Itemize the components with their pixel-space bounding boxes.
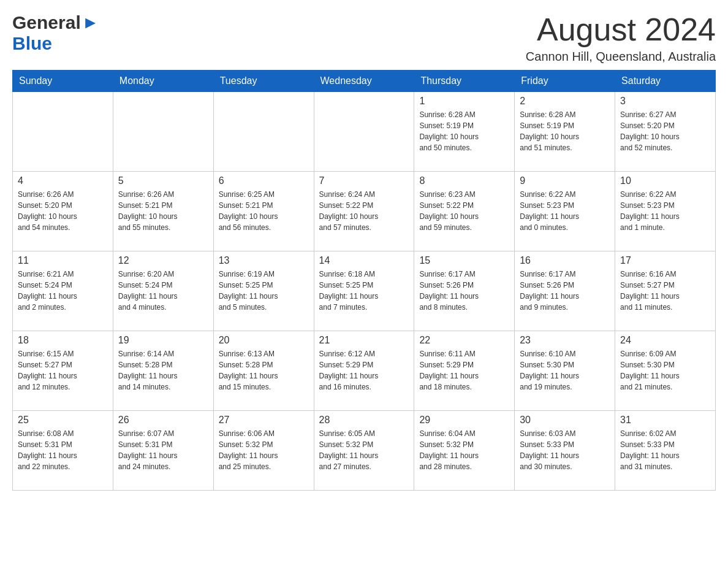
day-number: 6: [219, 175, 309, 186]
day-number: 4: [18, 175, 108, 186]
calendar-day-cell: 17Sunrise: 6:16 AMSunset: 5:27 PMDayligh…: [615, 251, 716, 331]
day-number: 21: [319, 335, 409, 346]
day-number: 24: [620, 335, 710, 346]
day-info: Sunrise: 6:25 AMSunset: 5:21 PMDaylight:…: [219, 189, 309, 233]
logo-blue-text: Blue: [12, 33, 52, 53]
calendar-day-cell: 18Sunrise: 6:15 AMSunset: 5:27 PMDayligh…: [13, 331, 113, 411]
day-info: Sunrise: 6:10 AMSunset: 5:30 PMDaylight:…: [520, 348, 610, 393]
calendar-day-header: Wednesday: [314, 71, 414, 92]
day-info: Sunrise: 6:26 AMSunset: 5:21 PMDaylight:…: [118, 189, 208, 233]
day-number: 10: [620, 175, 710, 186]
calendar-day-cell: 16Sunrise: 6:17 AMSunset: 5:26 PMDayligh…: [515, 251, 615, 331]
day-info: Sunrise: 6:13 AMSunset: 5:28 PMDaylight:…: [219, 348, 309, 393]
logo-general-text: General: [12, 12, 81, 33]
calendar-day-header: Sunday: [13, 71, 113, 92]
logo: General ► Blue: [12, 12, 99, 54]
day-info: Sunrise: 6:07 AMSunset: 5:31 PMDaylight:…: [118, 428, 208, 472]
day-number: 2: [520, 96, 610, 107]
calendar-day-cell: 11Sunrise: 6:21 AMSunset: 5:24 PMDayligh…: [13, 251, 113, 331]
day-number: 7: [319, 175, 409, 186]
day-info: Sunrise: 6:11 AMSunset: 5:29 PMDaylight:…: [419, 348, 509, 393]
calendar-day-cell: 13Sunrise: 6:19 AMSunset: 5:25 PMDayligh…: [213, 251, 314, 331]
day-number: 15: [419, 255, 509, 266]
day-number: 8: [419, 175, 509, 186]
calendar-day-cell: 7Sunrise: 6:24 AMSunset: 5:22 PMDaylight…: [314, 172, 414, 251]
calendar-day-cell: [213, 92, 314, 172]
calendar-day-cell: 5Sunrise: 6:26 AMSunset: 5:21 PMDaylight…: [113, 172, 213, 251]
day-number: 17: [620, 255, 710, 266]
calendar-day-cell: 22Sunrise: 6:11 AMSunset: 5:29 PMDayligh…: [414, 331, 515, 411]
location-title: Cannon Hill, Queensland, Australia: [526, 50, 716, 64]
day-info: Sunrise: 6:06 AMSunset: 5:32 PMDaylight:…: [219, 428, 309, 472]
day-info: Sunrise: 6:16 AMSunset: 5:27 PMDaylight:…: [620, 269, 710, 313]
day-number: 30: [520, 415, 610, 426]
day-number: 11: [18, 255, 108, 266]
day-info: Sunrise: 6:28 AMSunset: 5:19 PMDaylight:…: [419, 109, 509, 153]
calendar-week-row: 25Sunrise: 6:08 AMSunset: 5:31 PMDayligh…: [13, 411, 716, 491]
calendar-day-cell: 23Sunrise: 6:10 AMSunset: 5:30 PMDayligh…: [515, 331, 615, 411]
day-info: Sunrise: 6:22 AMSunset: 5:23 PMDaylight:…: [620, 189, 710, 233]
day-info: Sunrise: 6:26 AMSunset: 5:20 PMDaylight:…: [18, 189, 108, 233]
calendar-day-cell: 6Sunrise: 6:25 AMSunset: 5:21 PMDaylight…: [213, 172, 314, 251]
calendar-day-cell: 20Sunrise: 6:13 AMSunset: 5:28 PMDayligh…: [213, 331, 314, 411]
day-info: Sunrise: 6:19 AMSunset: 5:25 PMDaylight:…: [219, 269, 309, 313]
calendar-day-cell: 14Sunrise: 6:18 AMSunset: 5:25 PMDayligh…: [314, 251, 414, 331]
day-number: 20: [219, 335, 309, 346]
day-number: 22: [419, 335, 509, 346]
page-header: General ► Blue August 2024 Cannon Hill, …: [12, 12, 716, 64]
day-number: 5: [118, 175, 208, 186]
day-info: Sunrise: 6:28 AMSunset: 5:19 PMDaylight:…: [520, 109, 610, 153]
calendar-week-row: 11Sunrise: 6:21 AMSunset: 5:24 PMDayligh…: [13, 251, 716, 331]
day-number: 19: [118, 335, 208, 346]
day-info: Sunrise: 6:21 AMSunset: 5:24 PMDaylight:…: [18, 269, 108, 313]
day-number: 18: [18, 335, 108, 346]
calendar-day-cell: [13, 92, 113, 172]
day-info: Sunrise: 6:17 AMSunset: 5:26 PMDaylight:…: [419, 269, 509, 313]
day-info: Sunrise: 6:22 AMSunset: 5:23 PMDaylight:…: [520, 189, 610, 233]
day-info: Sunrise: 6:20 AMSunset: 5:24 PMDaylight:…: [118, 269, 208, 313]
calendar-day-cell: 9Sunrise: 6:22 AMSunset: 5:23 PMDaylight…: [515, 172, 615, 251]
day-number: 16: [520, 255, 610, 266]
calendar-day-cell: 24Sunrise: 6:09 AMSunset: 5:30 PMDayligh…: [615, 331, 716, 411]
day-info: Sunrise: 6:14 AMSunset: 5:28 PMDaylight:…: [118, 348, 208, 393]
calendar-day-cell: 19Sunrise: 6:14 AMSunset: 5:28 PMDayligh…: [113, 331, 213, 411]
day-number: 25: [18, 415, 108, 426]
calendar-day-cell: 12Sunrise: 6:20 AMSunset: 5:24 PMDayligh…: [113, 251, 213, 331]
day-info: Sunrise: 6:09 AMSunset: 5:30 PMDaylight:…: [620, 348, 710, 393]
calendar-day-cell: 21Sunrise: 6:12 AMSunset: 5:29 PMDayligh…: [314, 331, 414, 411]
day-info: Sunrise: 6:15 AMSunset: 5:27 PMDaylight:…: [18, 348, 108, 393]
calendar-week-row: 4Sunrise: 6:26 AMSunset: 5:20 PMDaylight…: [13, 172, 716, 251]
calendar-header-row: SundayMondayTuesdayWednesdayThursdayFrid…: [13, 71, 716, 92]
day-number: 14: [319, 255, 409, 266]
calendar-day-cell: 10Sunrise: 6:22 AMSunset: 5:23 PMDayligh…: [615, 172, 716, 251]
day-number: 28: [319, 415, 409, 426]
calendar-day-header: Saturday: [615, 71, 716, 92]
calendar-day-cell: 31Sunrise: 6:02 AMSunset: 5:33 PMDayligh…: [615, 411, 716, 491]
day-info: Sunrise: 6:17 AMSunset: 5:26 PMDaylight:…: [520, 269, 610, 313]
day-info: Sunrise: 6:05 AMSunset: 5:32 PMDaylight:…: [319, 428, 409, 472]
day-info: Sunrise: 6:04 AMSunset: 5:32 PMDaylight:…: [419, 428, 509, 472]
logo-arrow-icon: ►: [82, 13, 99, 33]
title-block: August 2024 Cannon Hill, Queensland, Aus…: [526, 12, 716, 64]
day-info: Sunrise: 6:24 AMSunset: 5:22 PMDaylight:…: [319, 189, 409, 233]
day-number: 13: [219, 255, 309, 266]
day-info: Sunrise: 6:18 AMSunset: 5:25 PMDaylight:…: [319, 269, 409, 313]
calendar-day-cell: [314, 92, 414, 172]
calendar-day-cell: 28Sunrise: 6:05 AMSunset: 5:32 PMDayligh…: [314, 411, 414, 491]
day-info: Sunrise: 6:03 AMSunset: 5:33 PMDaylight:…: [520, 428, 610, 472]
month-title: August 2024: [526, 12, 716, 47]
day-info: Sunrise: 6:12 AMSunset: 5:29 PMDaylight:…: [319, 348, 409, 393]
calendar-day-cell: 26Sunrise: 6:07 AMSunset: 5:31 PMDayligh…: [113, 411, 213, 491]
day-info: Sunrise: 6:27 AMSunset: 5:20 PMDaylight:…: [620, 109, 710, 153]
day-info: Sunrise: 6:23 AMSunset: 5:22 PMDaylight:…: [419, 189, 509, 233]
calendar-day-header: Monday: [113, 71, 213, 92]
day-info: Sunrise: 6:02 AMSunset: 5:33 PMDaylight:…: [620, 428, 710, 472]
day-number: 12: [118, 255, 208, 266]
calendar-table: SundayMondayTuesdayWednesdayThursdayFrid…: [12, 70, 716, 491]
day-number: 3: [620, 96, 710, 107]
calendar-day-cell: 25Sunrise: 6:08 AMSunset: 5:31 PMDayligh…: [13, 411, 113, 491]
day-number: 31: [620, 415, 710, 426]
calendar-day-cell: 29Sunrise: 6:04 AMSunset: 5:32 PMDayligh…: [414, 411, 515, 491]
calendar-week-row: 18Sunrise: 6:15 AMSunset: 5:27 PMDayligh…: [13, 331, 716, 411]
day-info: Sunrise: 6:08 AMSunset: 5:31 PMDaylight:…: [18, 428, 108, 472]
